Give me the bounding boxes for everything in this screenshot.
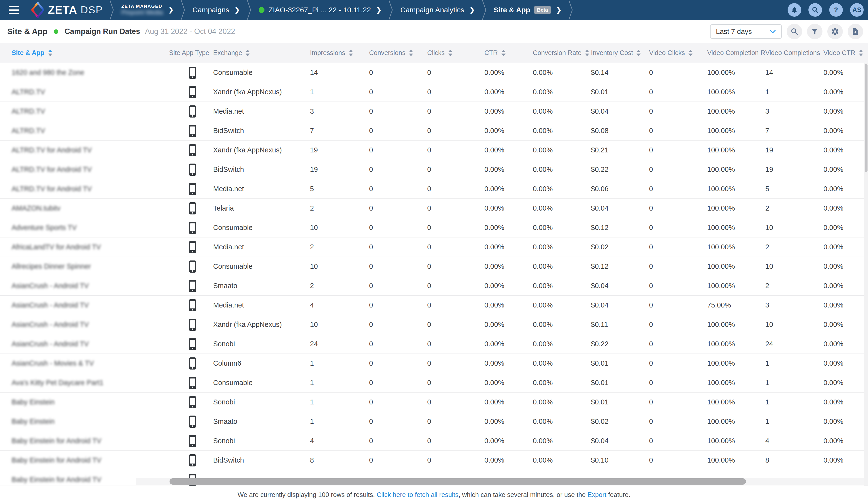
- column-header-video-completion-rate[interactable]: Video Completion Rate: [707, 43, 765, 63]
- site-app-name[interactable]: 1620 and 980 the Zone: [12, 69, 84, 77]
- breadcrumb-campaigns[interactable]: Campaigns ❯: [186, 6, 246, 14]
- column-header-site-app-type[interactable]: Site App Type: [160, 43, 213, 63]
- cell-clicks: 0: [427, 146, 431, 154]
- column-header-ctr[interactable]: CTR: [484, 43, 533, 63]
- cell-video-clicks: 0: [649, 262, 653, 270]
- site-app-name[interactable]: AfricaLandTV for Android TV: [12, 243, 101, 251]
- date-range-select[interactable]: Last 7 days: [710, 24, 782, 39]
- cell-video-ctr: 0.00%: [824, 185, 843, 193]
- column-header-clicks[interactable]: Clicks: [427, 43, 484, 63]
- column-header-video-clicks[interactable]: Video Clicks: [649, 43, 707, 63]
- cell-exchange: BidSwitch: [213, 127, 244, 135]
- cell-video-completions: 1: [765, 398, 769, 406]
- column-header-video-ctr[interactable]: Video CTR: [824, 43, 868, 63]
- site-app-name[interactable]: AsianCrush - Android TV: [12, 282, 89, 290]
- site-app-name[interactable]: Adventure Sports TV: [12, 224, 77, 232]
- filter-button[interactable]: [807, 24, 823, 39]
- cell-video-ctr: 0.00%: [824, 301, 843, 309]
- breadcrumb-separator: [568, 0, 574, 20]
- site-app-name[interactable]: ALTRD.TV: [12, 107, 45, 115]
- site-app-name[interactable]: Baby Einstein for Android TV: [12, 437, 101, 445]
- run-dates-label: Campaign Run Dates: [65, 27, 140, 36]
- column-header-site-app[interactable]: Site & App: [0, 43, 160, 63]
- mobile-phone-icon: [188, 241, 197, 254]
- export-link[interactable]: Export: [588, 491, 607, 499]
- column-header-exchange[interactable]: Exchange: [213, 43, 310, 63]
- cell-conversion-rate: 0.00%: [533, 127, 553, 135]
- site-app-name[interactable]: Allrecipes Dinner Spinner: [12, 262, 91, 270]
- cell-video-completion-rate: 75.00%: [707, 301, 731, 309]
- table-row: AsianCrush - Movies & TVColumn61000.00%0…: [0, 354, 868, 373]
- user-avatar[interactable]: AS: [850, 3, 864, 17]
- table-row: ALTRD.TV for Android TVMedia.net5000.00%…: [0, 179, 868, 199]
- cell-video-completions: 1: [765, 88, 769, 96]
- column-header-conversions[interactable]: Conversions: [369, 43, 427, 63]
- column-header-impressions[interactable]: Impressions: [310, 43, 369, 63]
- cell-clicks: 0: [427, 282, 431, 290]
- cell-video-completions: 2: [765, 243, 769, 251]
- zeta-diamond-icon: [31, 2, 44, 18]
- cell-video-clicks: 0: [649, 456, 653, 464]
- cell-video-ctr: 0.00%: [824, 127, 843, 135]
- site-app-name[interactable]: AsianCrush - Android TV: [12, 340, 89, 348]
- horizontal-scrollbar-thumb[interactable]: [169, 478, 746, 485]
- hamburger-menu-icon[interactable]: [9, 6, 19, 14]
- cell-conversion-rate: 0.00%: [533, 224, 553, 232]
- notifications-button[interactable]: [788, 3, 801, 17]
- mobile-phone-icon: [188, 66, 197, 79]
- cell-ctr: 0.00%: [484, 243, 504, 251]
- cell-exchange: Media.net: [213, 107, 244, 115]
- sort-icon: [48, 50, 52, 56]
- breadcrumb-managed-account[interactable]: ZETA MANAGED Pinpoint Media ❯: [115, 4, 180, 16]
- mobile-phone-icon: [188, 396, 197, 409]
- cell-conversions: 0: [369, 417, 373, 425]
- global-search-button[interactable]: [808, 3, 822, 17]
- site-app-name[interactable]: Baby Einstein: [12, 398, 54, 406]
- cell-video-completion-rate: 100.00%: [707, 146, 735, 154]
- breadcrumb-campaign[interactable]: ZIAO-32267_Pi ... 22 - 10.11.22 ❯: [252, 6, 388, 14]
- site-app-name[interactable]: Baby Einstein for Android TV: [12, 476, 101, 484]
- site-app-name[interactable]: ALTRD.TV: [12, 127, 45, 135]
- column-header-video-completions[interactable]: Video Completions: [765, 43, 824, 63]
- site-app-name[interactable]: Ava's Kitty Pet Daycare Part1: [12, 379, 103, 387]
- breadcrumb-separator: [109, 0, 115, 20]
- table-row: AsianCrush - Android TVSonobi24000.00%0.…: [0, 334, 868, 354]
- cell-impressions: 1: [310, 379, 314, 387]
- site-app-name[interactable]: AsianCrush - Movies & TV: [12, 359, 94, 367]
- site-app-name[interactable]: AsianCrush - Android TV: [12, 301, 89, 309]
- help-button[interactable]: ?: [829, 3, 843, 17]
- column-label: Exchange: [213, 49, 242, 57]
- zeta-dsp-logo[interactable]: ZETA DSP: [31, 2, 103, 18]
- fetch-all-results-link[interactable]: Click here to fetch all results: [376, 491, 458, 499]
- vertical-scrollbar-thumb[interactable]: [865, 64, 868, 172]
- column-label: Video Completion Rate: [707, 49, 765, 57]
- table-search-button[interactable]: [787, 24, 802, 39]
- column-header-inventory-cost[interactable]: Inventory Cost: [591, 43, 649, 63]
- cell-inventory-cost: $0.04: [591, 282, 609, 290]
- site-app-name[interactable]: ALTRD.TV: [12, 88, 45, 96]
- column-label: Video CTR: [824, 49, 855, 57]
- site-app-name[interactable]: ALTRD.TV for Android TV: [12, 165, 92, 173]
- column-header-conversion-rate[interactable]: Conversion Rate: [533, 43, 591, 63]
- cell-clicks: 0: [427, 379, 431, 387]
- cell-inventory-cost: $0.22: [591, 340, 609, 348]
- export-button[interactable]: [848, 24, 863, 39]
- mobile-phone-icon: [188, 376, 197, 390]
- site-app-name[interactable]: ALTRD.TV for Android TV: [12, 185, 92, 193]
- site-app-name[interactable]: AsianCrush - Android TV: [12, 321, 89, 329]
- site-app-name[interactable]: ALTRD.TV for Android TV: [12, 146, 92, 154]
- site-app-name[interactable]: Baby Einstein: [12, 417, 54, 425]
- cell-impressions: 7: [310, 127, 314, 135]
- cell-conversion-rate: 0.00%: [533, 69, 553, 77]
- breadcrumb-campaign-analytics[interactable]: Campaign Analytics ❯: [394, 6, 481, 14]
- cell-video-clicks: 0: [649, 146, 653, 154]
- site-app-name[interactable]: Baby Einstein for Android TV: [12, 456, 101, 464]
- site-app-name[interactable]: AMAZON.tubitv: [12, 204, 60, 212]
- cell-clicks: 0: [427, 204, 431, 212]
- column-settings-button[interactable]: [827, 24, 843, 39]
- cell-video-completions: 1: [765, 379, 769, 387]
- cell-ctr: 0.00%: [484, 185, 504, 193]
- column-label: Inventory Cost: [591, 49, 633, 57]
- breadcrumb-site-app[interactable]: Site & App Beta ❯: [487, 6, 568, 14]
- search-icon: [790, 27, 798, 36]
